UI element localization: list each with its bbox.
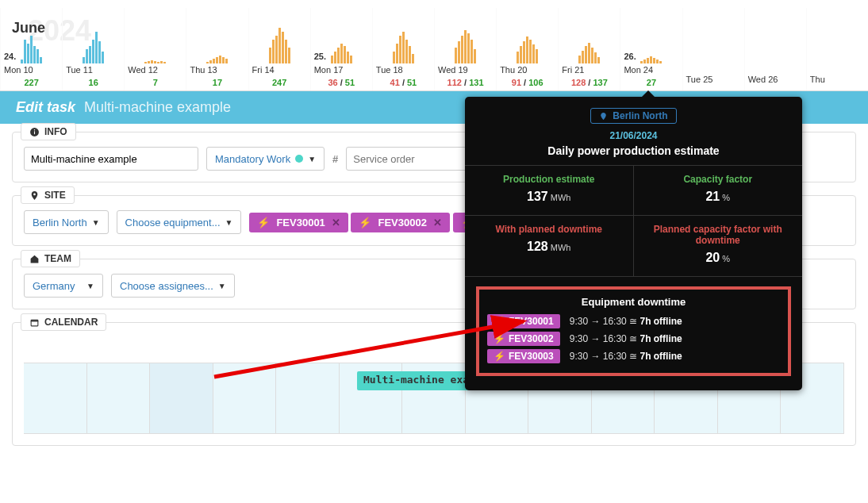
chart-day[interactable]: Tue 25 [682,8,744,90]
downtime-title: Equipment downtime [487,296,780,308]
equipment-tag[interactable]: ⚡FEV30001✕ [249,213,348,232]
day-footer: 112 / 131 [435,76,496,90]
caret-down-icon: ▼ [86,282,94,290]
tooltip-cell-value: 20% [640,251,797,265]
home-icon [29,254,40,264]
country-select[interactable]: Germany ▼ [24,274,103,298]
tooltip-date: 21/06/2024 [465,130,802,141]
downtime-row: ⚡FEV300029:30 → 16:30 ≅ 7h offline [487,332,780,346]
tooltip-location-chip: Berlin North [590,108,676,124]
header-title: Edit task [16,99,75,115]
day-label: Tue 18 [373,63,434,76]
team-legend-text: TEAM [44,253,71,264]
day-footer [683,86,744,90]
hash-label: # [332,153,338,165]
caret-down-icon: ▼ [225,218,233,227]
downtime-times: 9:30 → 16:30 ≅ 7h offline [570,333,682,344]
calendar-col[interactable] [213,363,277,433]
info-icon [29,127,40,137]
day-footer: 41 / 51 [373,76,434,90]
chart-day[interactable]: Thu 1317 [186,8,248,90]
chart-day[interactable]: 25.Mon 1736 / 51 [310,8,372,90]
chart-day[interactable]: Fri 21128 / 137 [558,8,620,90]
day-footer: 27 [620,76,682,90]
production-tooltip: Berlin North 21/06/2024 Daily power prod… [465,97,802,390]
tooltip-location-text: Berlin North [613,110,667,121]
choose-equipment-label: Choose equipment... [125,217,221,228]
calendar-col[interactable] [87,363,151,433]
chart-day[interactable]: Wed 26 [744,8,806,90]
remove-tag-icon[interactable]: ✕ [433,217,442,228]
team-legend: TEAM [21,250,80,267]
task-name-input[interactable] [24,147,198,171]
day-footer: 128 / 137 [559,76,620,90]
calendar-legend-text: CALENDAR [44,317,98,328]
equipment-tag-label: FEV30001 [276,217,325,228]
work-type-label: Mandatory Work [215,153,290,165]
tooltip-cell-value: 137MWh [471,190,627,204]
downtime-equipment-tag: ⚡FEV30002 [487,332,560,346]
downtime-times: 9:30 → 16:30 ≅ 7h offline [570,316,682,327]
calendar-legend: CALENDAR [21,313,106,331]
caret-down-icon: ▼ [308,155,316,163]
chart-day[interactable]: Tue 1841 / 51 [372,8,434,90]
timeline-chart[interactable]: 2024 June 24.Mon 10227Tue 1116Wed 127Thu… [0,0,868,91]
downtime-row: ⚡FEV300019:30 → 16:30 ≅ 7h offline [487,314,780,328]
work-type-color-dot [295,155,303,163]
pin-icon [599,112,608,121]
downtime-times: 9:30 → 16:30 ≅ 7h offline [570,351,682,362]
country-label: Germany [33,280,75,292]
chart-day[interactable]: Wed 19112 / 131 [434,8,496,90]
tooltip-cell-value: 21% [640,190,797,204]
equipment-downtime-box: Equipment downtime ⚡FEV300019:30 → 16:30… [476,286,791,376]
tooltip-cell: Planned capacity factor with downtime20% [634,216,803,277]
choose-equipment-select[interactable]: Choose equipment... ▼ [117,210,242,234]
chart-day[interactable]: Tue 1116 [62,8,124,90]
chart-day[interactable]: Thu 2091 / 106 [496,8,558,90]
tooltip-cell: Production estimate137MWh [465,166,634,216]
chart-day[interactable]: Fri 14247 [248,8,310,90]
day-label: Wed 26 [745,73,806,86]
calendar-icon [29,317,40,328]
equipment-tag-label: FEV30002 [378,217,426,228]
day-footer: 36 / 51 [311,76,372,90]
day-label: Tue 25 [683,73,744,86]
caret-down-icon: ▼ [92,218,100,227]
calendar-col[interactable] [276,363,340,433]
calendar-col[interactable] [24,363,87,433]
chart-day[interactable]: Wed 127 [124,8,186,90]
day-label: Wed 12 [125,63,186,76]
day-label: Mon 10 [1,63,62,76]
chart-day[interactable]: Thu [806,8,868,90]
tooltip-cell-label: Planned capacity factor with downtime [640,224,797,246]
day-label: Mon 24 [620,63,682,76]
header-subtitle: Multi-machine example [84,99,231,115]
info-legend-text: INFO [44,126,67,137]
svg-rect-1 [34,131,35,134]
tooltip-cell-label: Production estimate [471,174,627,185]
info-legend: INFO [21,123,76,140]
choose-assignees-select[interactable]: Choose assignees... ▼ [111,274,235,298]
work-type-select[interactable]: Mandatory Work ▼ [206,147,325,171]
svg-point-2 [34,129,35,130]
tooltip-cell: Capacity factor21% [634,166,803,216]
day-label: Fri 21 [559,63,620,76]
calendar-col[interactable] [150,363,213,433]
site-select[interactable]: Berlin North ▼ [24,210,109,234]
day-label: Wed 19 [435,63,496,76]
site-legend: SITE [21,186,75,204]
downtime-row: ⚡FEV300039:30 → 16:30 ≅ 7h offline [487,349,780,363]
tooltip-cell-label: With planned downtime [471,224,627,235]
chart-day[interactable]: 24.Mon 10227 [0,8,62,90]
day-footer: 247 [249,76,310,90]
chart-day[interactable]: 26.Mon 2427 [620,8,682,90]
day-footer: 227 [1,76,62,90]
day-label: Fri 14 [249,63,310,76]
day-footer: 16 [63,76,124,90]
caret-down-icon: ▼ [218,282,226,290]
equipment-tag[interactable]: ⚡FEV30002✕ [351,213,449,232]
bolt-icon: ⚡ [494,316,505,327]
remove-tag-icon[interactable]: ✕ [332,217,340,228]
tooltip-title: Daily power production estimate [465,141,802,165]
site-legend-text: SITE [44,190,66,201]
